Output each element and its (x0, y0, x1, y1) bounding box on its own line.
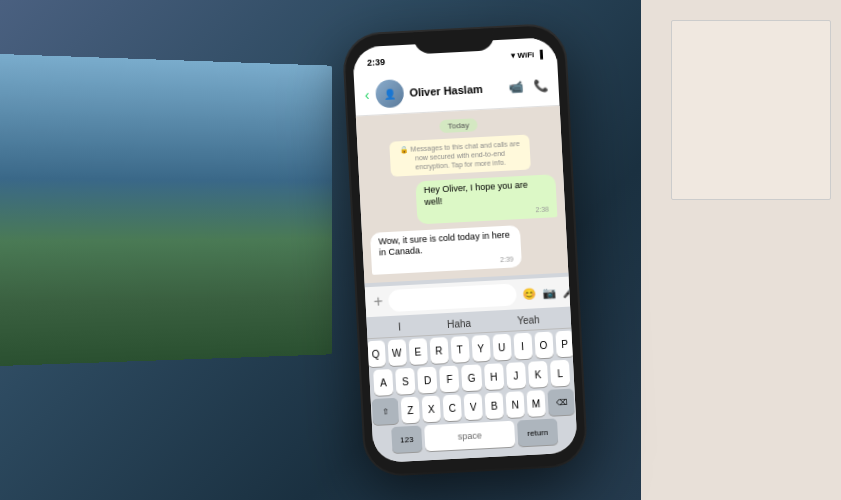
status-time: 2:39 (366, 57, 385, 68)
space-key[interactable]: space (424, 421, 515, 452)
message-text: Hey Oliver, I hope you are well! (423, 180, 527, 207)
key-q[interactable]: Q (366, 340, 385, 367)
key-g[interactable]: G (461, 364, 481, 391)
keyboard: Q W E R T Y U I O P A S (367, 329, 577, 460)
battery-icon: ▐ (536, 49, 542, 58)
key-z[interactable]: Z (400, 397, 419, 424)
phone-notch (413, 28, 494, 54)
scene: 2:39 ▾ WiFi ▐ ‹ 👤 Oliver Haslam 📹 📞 (0, 0, 841, 500)
chat-area: Today Messages to this chat and calls ar… (355, 106, 567, 283)
key-u[interactable]: U (491, 334, 510, 361)
wall-painting (0, 54, 332, 366)
add-attachment-button[interactable]: + (373, 292, 383, 310)
predictive-word-2[interactable]: Haha (446, 318, 470, 330)
input-icons: 😊 📷 🎤 (522, 285, 577, 301)
back-button[interactable]: ‹ (364, 87, 370, 103)
camera-icon[interactable]: 📷 (542, 286, 557, 300)
avatar: 👤 (374, 79, 403, 108)
key-t[interactable]: T (450, 336, 469, 363)
contact-name[interactable]: Oliver Haslam (409, 82, 503, 99)
avatar-image: 👤 (383, 88, 396, 100)
key-d[interactable]: D (417, 367, 437, 394)
video-call-icon[interactable]: 📹 (508, 80, 524, 95)
key-l[interactable]: L (549, 360, 569, 387)
predictive-word-1[interactable]: I (397, 321, 400, 332)
message-text: Wow, it sure is cold today in here in Ca… (378, 229, 510, 258)
key-y[interactable]: Y (470, 335, 489, 362)
key-w[interactable]: W (387, 339, 406, 366)
key-j[interactable]: J (505, 362, 525, 389)
key-p[interactable]: P (554, 330, 573, 357)
key-x[interactable]: X (421, 396, 440, 423)
wifi-icon: WiFi (517, 50, 534, 60)
key-r[interactable]: R (429, 337, 448, 364)
key-b[interactable]: B (484, 392, 503, 419)
shift-key[interactable]: ⇧ (371, 398, 398, 425)
return-key[interactable]: return (516, 418, 557, 446)
phone: 2:39 ▾ WiFi ▐ ‹ 👤 Oliver Haslam 📹 📞 (343, 25, 586, 476)
numbers-key[interactable]: 123 (391, 426, 422, 454)
key-s[interactable]: S (395, 368, 415, 395)
key-m[interactable]: M (526, 390, 545, 417)
header-action-icons: 📹 📞 (508, 78, 549, 94)
key-h[interactable]: H (483, 363, 503, 390)
cabinet (641, 0, 841, 500)
cabinet-door (671, 20, 831, 200)
key-n[interactable]: N (505, 391, 524, 418)
key-i[interactable]: I (512, 333, 531, 360)
status-icons: ▾ WiFi ▐ (510, 49, 543, 60)
message-time: 2:38 (424, 204, 548, 220)
message-time: 2:39 (379, 255, 513, 271)
key-k[interactable]: K (527, 361, 547, 388)
key-v[interactable]: V (463, 393, 482, 420)
key-c[interactable]: C (442, 394, 461, 421)
keyboard-area: + 😊 📷 🎤 I Haha Yeah (364, 273, 577, 463)
message-in-1: Wow, it sure is cold today in here in Ca… (369, 225, 521, 275)
call-icon[interactable]: 📞 (533, 78, 549, 93)
mic-icon[interactable]: 🎤 (562, 285, 577, 299)
message-input[interactable] (388, 283, 517, 312)
signal-icon: ▾ (510, 51, 514, 60)
key-f[interactable]: F (439, 365, 459, 392)
predictive-word-3[interactable]: Yeah (516, 314, 539, 326)
key-o[interactable]: O (533, 332, 552, 359)
date-badge: Today (439, 118, 477, 133)
key-e[interactable]: E (408, 338, 427, 365)
message-out-1: Hey Oliver, I hope you are well! 2:38 (415, 174, 557, 224)
delete-key[interactable]: ⌫ (547, 389, 574, 416)
key-a[interactable]: A (373, 369, 393, 396)
phone-screen: 2:39 ▾ WiFi ▐ ‹ 👤 Oliver Haslam 📹 📞 (352, 37, 577, 463)
sticker-icon[interactable]: 😊 (522, 287, 537, 301)
encryption-notice: Messages to this chat and calls are now … (389, 134, 531, 177)
